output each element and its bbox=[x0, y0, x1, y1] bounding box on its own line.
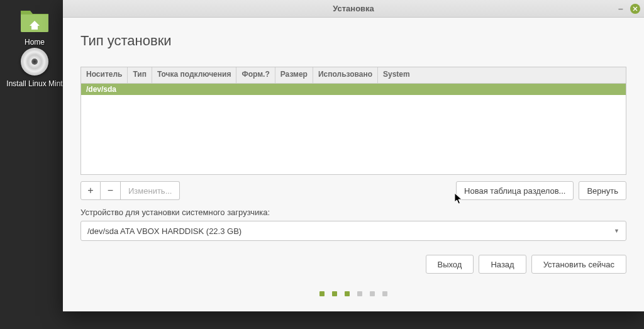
back-button[interactable]: Назад bbox=[479, 255, 526, 274]
col-format[interactable]: Форм.? bbox=[236, 67, 275, 83]
bootloader-device-dropdown[interactable]: /dev/sda ATA VBOX HARDDISK (22.3 GB) ▼ bbox=[80, 221, 626, 241]
quit-button[interactable]: Выход bbox=[426, 255, 474, 274]
table-row[interactable]: /dev/sda bbox=[81, 84, 626, 95]
minimize-button[interactable]: – bbox=[616, 4, 625, 13]
close-button[interactable] bbox=[630, 4, 640, 14]
progress-dot bbox=[319, 291, 325, 296]
remove-partition-button[interactable]: − bbox=[101, 181, 121, 200]
titlebar: Установка – bbox=[63, 0, 644, 18]
desktop-icon-home[interactable]: Home bbox=[3, 5, 66, 47]
folder-icon bbox=[19, 5, 50, 35]
page-title: Тип установки bbox=[80, 33, 626, 49]
progress-dots bbox=[319, 291, 387, 296]
install-now-button[interactable]: Установить сейчас bbox=[531, 255, 626, 274]
progress-dot bbox=[332, 291, 337, 296]
dropdown-value: /dev/sda ATA VBOX HARDDISK (22.3 GB) bbox=[87, 226, 614, 236]
close-icon bbox=[633, 6, 638, 11]
col-device[interactable]: Носитель bbox=[81, 67, 128, 83]
disc-icon bbox=[19, 47, 50, 77]
add-partition-button[interactable]: + bbox=[80, 181, 101, 200]
col-type[interactable]: Тип bbox=[128, 67, 152, 83]
table-header: Носитель Тип Точка подключения Форм.? Ра… bbox=[81, 67, 626, 84]
new-partition-table-button[interactable]: Новая таблица разделов... bbox=[456, 181, 574, 200]
nav-buttons: Выход Назад Установить сейчас bbox=[80, 255, 626, 274]
desktop-icon-label: Home bbox=[3, 38, 66, 47]
partition-toolbar: + − Изменить... Новая таблица разделов..… bbox=[80, 181, 626, 200]
progress-dot bbox=[345, 291, 350, 296]
installer-window: Установка – Тип установки Носитель Тип Т… bbox=[63, 0, 644, 311]
progress-dot bbox=[357, 291, 362, 296]
progress-dot bbox=[370, 291, 375, 296]
col-used[interactable]: Использовано bbox=[313, 67, 378, 83]
chevron-down-icon: ▼ bbox=[614, 228, 619, 234]
desktop-icon-installer[interactable]: Install Linux Mint bbox=[3, 47, 66, 88]
col-mount[interactable]: Точка подключения bbox=[152, 67, 236, 83]
change-partition-button[interactable]: Изменить... bbox=[121, 181, 180, 200]
col-system[interactable]: System bbox=[378, 67, 626, 83]
partition-table: Носитель Тип Точка подключения Форм.? Ра… bbox=[80, 67, 626, 175]
window-title: Установка bbox=[63, 4, 644, 13]
table-body[interactable]: /dev/sda bbox=[81, 84, 626, 174]
revert-button[interactable]: Вернуть bbox=[579, 181, 626, 200]
progress-dot bbox=[382, 291, 387, 296]
bootloader-label: Устройство для установки системного загр… bbox=[80, 208, 626, 217]
col-size[interactable]: Размер bbox=[275, 67, 313, 83]
desktop-icon-label: Install Linux Mint bbox=[3, 79, 66, 88]
